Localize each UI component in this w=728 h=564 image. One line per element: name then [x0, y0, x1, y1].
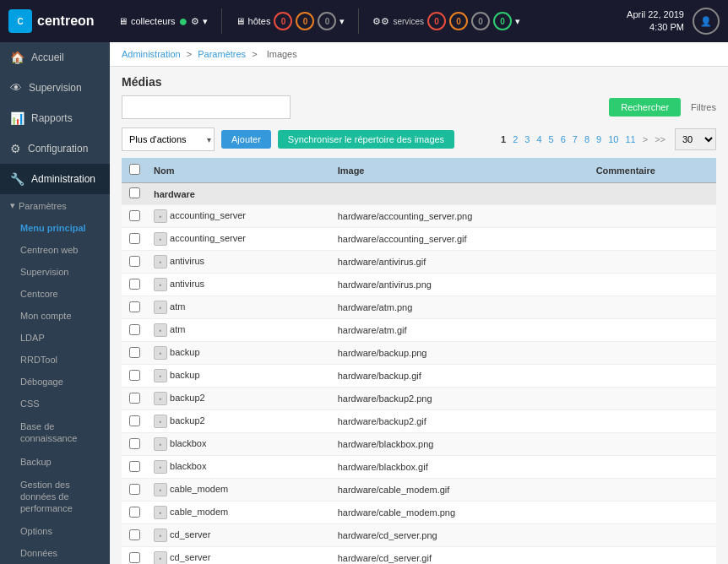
row-checkbox[interactable]	[129, 256, 140, 267]
page-11[interactable]: 11	[622, 133, 638, 145]
nav-divider-1	[221, 8, 222, 34]
sub-css[interactable]: CSS	[0, 393, 110, 415]
sub-supervision[interactable]: Supervision	[0, 261, 110, 283]
sidebar-item-accueil[interactable]: 🏠 Accueil	[0, 42, 110, 73]
breadcrumb-admin[interactable]: Administration	[122, 49, 181, 59]
sub-gestion-donnees[interactable]: Gestion desdonnées deperformance	[0, 473, 110, 521]
sub-ldap[interactable]: LDAP	[0, 327, 110, 349]
logo[interactable]: C centreon	[8, 9, 118, 33]
row-checkbox[interactable]	[129, 233, 140, 244]
row-checkbox[interactable]	[129, 507, 140, 518]
sub-backup[interactable]: Backup	[0, 451, 110, 473]
row-checkbox-cell	[122, 433, 147, 456]
nav-right: April 22, 2019 4:30 PM 👤	[627, 8, 720, 35]
per-page-select[interactable]: 30 50 100	[675, 128, 716, 150]
sub-base-connaissance[interactable]: Base deconnaissance	[0, 415, 110, 451]
settings-dropdown-btn[interactable]: ⚙ ▾	[191, 16, 207, 27]
hotes-icon: 🖥	[236, 16, 245, 26]
sidebar-item-rapports[interactable]: 📊 Rapports	[0, 103, 110, 133]
hotes-badge-1[interactable]: 0	[274, 12, 292, 30]
services-badge-3[interactable]: 0	[471, 12, 490, 30]
page-5[interactable]: 5	[546, 133, 557, 145]
search-input[interactable]	[122, 95, 291, 119]
last-page-icon[interactable]: >>	[652, 133, 668, 145]
next-page-icon[interactable]: >	[640, 133, 650, 145]
sidebar-item-administration[interactable]: 🔧 Administration	[0, 164, 110, 194]
services-dropdown-btn[interactable]: ▾	[515, 16, 520, 27]
row-checkbox[interactable]	[129, 484, 140, 495]
page-8[interactable]: 8	[582, 133, 592, 145]
row-checkbox[interactable]	[129, 552, 140, 563]
row-image-path: hardware/cd_server.gif	[331, 547, 589, 565]
row-checkbox[interactable]	[129, 279, 140, 290]
sub-rrdtool[interactable]: RRDTool	[0, 349, 110, 371]
page-6[interactable]: 6	[558, 133, 568, 145]
row-checkbox[interactable]	[129, 324, 140, 335]
hotes-badge-2[interactable]: 0	[296, 12, 314, 30]
sidebar-admin-label: Administration	[31, 173, 95, 185]
services-badge-4[interactable]: 0	[493, 12, 512, 30]
row-name-text: accounting_server	[170, 233, 246, 243]
row-image-path: hardware/backup.png	[331, 342, 589, 365]
nav-divider-2	[358, 8, 359, 34]
row-comment	[589, 319, 716, 342]
row-checkbox[interactable]	[129, 210, 140, 221]
row-image-path: hardware/accounting_server.gif	[331, 228, 589, 251]
sub-donnees[interactable]: Données	[0, 542, 110, 564]
main-content: Administration > Paramètres > Images Méd…	[110, 42, 728, 564]
collecteurs-btn[interactable]: 🖥 collecteurs	[118, 16, 176, 26]
add-button[interactable]: Ajouter	[221, 130, 271, 149]
row-name: ▪ cd_server	[147, 547, 331, 565]
row-icon: ▪	[154, 460, 167, 474]
page-4[interactable]: 4	[534, 133, 544, 145]
sub-mon-compte[interactable]: Mon compte	[0, 305, 110, 327]
actions-select[interactable]: Plus d'actions	[122, 127, 215, 151]
sidebar-item-supervision[interactable]: 👁 Supervision	[0, 73, 110, 103]
group-row-hardware: hardware	[122, 183, 716, 205]
sub-centreon-web[interactable]: Centreon web	[0, 239, 110, 261]
row-checkbox[interactable]	[129, 415, 140, 426]
row-checkbox-cell	[122, 547, 147, 565]
row-checkbox[interactable]	[129, 461, 140, 472]
hotes-badge-3[interactable]: 0	[318, 12, 336, 30]
sync-button[interactable]: Synchroniser le répertoire des images	[278, 130, 454, 149]
row-name: ▪ cable_modem	[147, 502, 331, 524]
group-checkbox[interactable]	[129, 187, 140, 198]
row-name-text: backup	[170, 370, 199, 380]
select-all-checkbox[interactable]	[129, 164, 140, 175]
table-row: ▪ cable_modem hardware/cable_modem.png	[122, 502, 716, 524]
page-10[interactable]: 10	[606, 133, 621, 145]
sub-menu-principal[interactable]: Menu principal	[0, 217, 110, 239]
services-icon-btn[interactable]: ⚙⚙	[372, 16, 389, 27]
page-2[interactable]: 2	[510, 133, 520, 145]
row-checkbox[interactable]	[129, 347, 140, 358]
page-9[interactable]: 9	[594, 133, 604, 145]
status-ok-icon[interactable]: ●	[179, 13, 188, 30]
row-checkbox[interactable]	[129, 438, 140, 449]
page-1[interactable]: 1	[498, 133, 508, 145]
sidebar-item-configuration[interactable]: ⚙ Configuration	[0, 133, 110, 164]
sub-centcore[interactable]: Centcore	[0, 283, 110, 305]
services-badge-1[interactable]: 0	[427, 12, 446, 30]
user-avatar-btn[interactable]: 👤	[693, 8, 720, 35]
row-checkbox[interactable]	[129, 301, 140, 312]
row-icon: ▪	[154, 437, 167, 451]
breadcrumb: Administration > Paramètres > Images	[110, 42, 728, 67]
row-name-text: accounting_server	[170, 210, 246, 220]
parametres-toggle[interactable]: ▾ Paramètres	[0, 194, 110, 217]
search-button[interactable]: Rechercher	[609, 98, 681, 117]
hotes-label-btn[interactable]: 🖥 hôtes	[236, 16, 271, 26]
row-checkbox[interactable]	[129, 529, 140, 540]
row-checkbox[interactable]	[129, 393, 140, 404]
content-area: Médias Rechercher Filtres Plus d'actions…	[110, 67, 728, 564]
breadcrumb-parametres[interactable]: Paramètres	[198, 49, 246, 59]
hotes-dropdown-btn[interactable]: ▾	[340, 16, 345, 27]
main-layout: 🏠 Accueil 👁 Supervision 📊 Rapports ⚙ Con…	[0, 42, 728, 564]
services-badge-2[interactable]: 0	[449, 12, 468, 30]
page-7[interactable]: 7	[570, 133, 580, 145]
sub-options[interactable]: Options	[0, 520, 110, 542]
page-3[interactable]: 3	[522, 133, 532, 145]
sub-debogage[interactable]: Débogage	[0, 371, 110, 393]
row-checkbox[interactable]	[129, 370, 140, 381]
row-name-text: antivirus	[170, 256, 204, 266]
